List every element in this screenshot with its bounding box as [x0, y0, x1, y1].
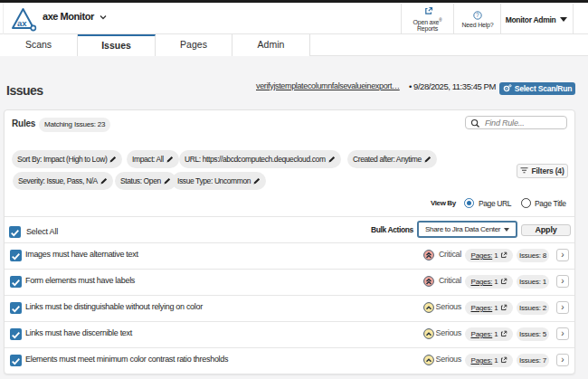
- svg-text:ax: ax: [17, 18, 27, 28]
- svg-text:?: ?: [476, 12, 479, 18]
